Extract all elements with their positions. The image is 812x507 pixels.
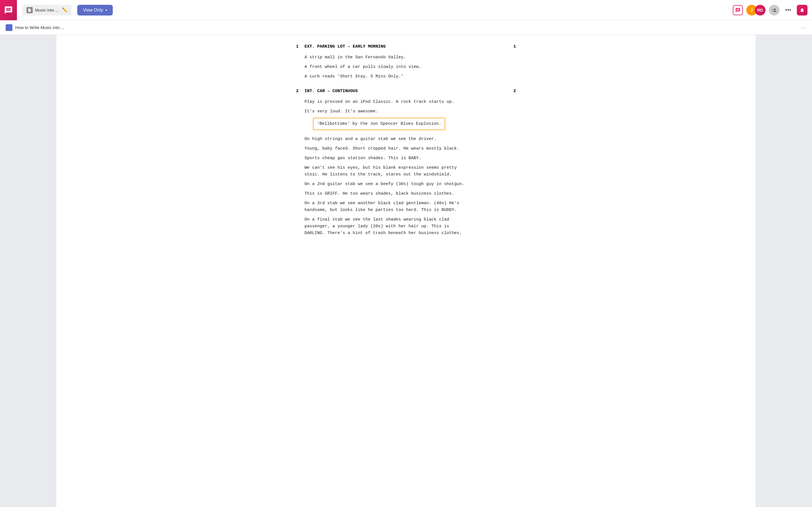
scene-2-heading-text: INT. CAR – CONTINUOUS — [305, 88, 507, 95]
scene-1: 1 EXT. PARKING LOT – EARLY MORNING 1 A s… — [296, 43, 516, 80]
logo-icon — [4, 6, 13, 15]
action-line: Play is pressed on an iPod Classic. A ro… — [305, 99, 516, 105]
file-icon — [28, 8, 32, 12]
collaborator-avatars: J RD — [746, 5, 765, 15]
highlighted-line-container: 'Bellbottoms' by the Jon Spencer Blues E… — [305, 118, 516, 133]
app-logo — [0, 0, 17, 20]
doc-tab-icon — [27, 7, 33, 13]
breadcrumb-more-button[interactable]: ⋯ — [801, 24, 806, 31]
scene-1-heading-text: EXT. PARKING LOT – EARLY MORNING — [305, 43, 507, 50]
scene-1-heading-row: 1 EXT. PARKING LOT – EARLY MORNING 1 — [296, 43, 516, 50]
more-options-button[interactable]: ••• — [783, 5, 794, 15]
right-margin — [756, 35, 812, 507]
breadcrumb-doc-icon — [6, 24, 12, 31]
avatar-rd: RD — [755, 5, 765, 15]
action-line: Young, baby faced. Short cropped hair. H… — [305, 145, 516, 152]
scene-2-number-left: 2 — [296, 88, 305, 95]
view-only-label: View Only — [83, 8, 103, 13]
scene-2: 2 INT. CAR – CONTINUOUS 2 Play is presse… — [296, 88, 516, 237]
comment-icon[interactable] — [733, 5, 743, 15]
edit-pencil-icon[interactable]: ✏️ — [62, 7, 68, 13]
add-collaborator-button[interactable] — [769, 5, 779, 15]
action-line: A curb reads 'Short Stay. 5 Mins Only.' — [305, 73, 516, 80]
breadcrumb-title: How to Write Music into ... — [15, 25, 64, 30]
action-line: On high strings and a guitar stab we see… — [305, 136, 516, 143]
comment-svg — [735, 8, 741, 13]
avatar-initial: J — [751, 8, 753, 12]
topbar-actions: J RD ••• — [733, 5, 808, 15]
chevron-down-icon: ▾ — [105, 8, 107, 12]
action-line: A strip mall in the San Fernando Valley. — [305, 54, 516, 61]
action-line: On a 2nd guitar stab we see a beefy (30s… — [305, 181, 516, 187]
action-line: On a final stab we see the last shades w… — [305, 216, 516, 237]
main-content: 1 EXT. PARKING LOT – EARLY MORNING 1 A s… — [0, 35, 812, 507]
left-margin — [0, 35, 56, 507]
highlighted-song-line: 'Bellbottoms' by the Jon Spencer Blues E… — [313, 118, 445, 130]
breadcrumb-bar: How to Write Music into ... ⋯ — [0, 20, 812, 35]
action-line: On a 3rd stab we see another black clad … — [305, 200, 516, 214]
script-content: 1 EXT. PARKING LOT – EARLY MORNING 1 A s… — [56, 35, 756, 507]
scene-2-heading-row: 2 INT. CAR – CONTINUOUS 2 — [296, 88, 516, 95]
scene-2-number-right: 2 — [507, 88, 516, 95]
person-add-icon — [772, 8, 777, 13]
action-line: We can't see his eyes, but his blank exp… — [305, 165, 516, 178]
doc-tab-title: Music into ... — [35, 8, 59, 12]
scene-1-number-right: 1 — [507, 43, 516, 50]
notifications-button[interactable] — [797, 5, 808, 15]
action-line: A front wheel of a car pulls slowly into… — [305, 64, 516, 70]
action-line: This is GRIFF. He too wears shades, blac… — [305, 190, 516, 197]
script-body: 1 EXT. PARKING LOT – EARLY MORNING 1 A s… — [279, 43, 533, 237]
action-line: It's very loud. It's awesome. — [305, 108, 516, 115]
scene-1-number-left: 1 — [296, 43, 305, 50]
avatar-rd-initials: RD — [757, 8, 763, 12]
view-only-button[interactable]: View Only ▾ — [77, 5, 113, 15]
action-line: Sports cheap gas station shades. This is… — [305, 155, 516, 162]
document-tab[interactable]: Music into ... ✏️ — [22, 5, 71, 15]
bell-icon — [800, 8, 805, 13]
topbar: Music into ... ✏️ View Only ▾ J RD ••• — [0, 0, 812, 20]
